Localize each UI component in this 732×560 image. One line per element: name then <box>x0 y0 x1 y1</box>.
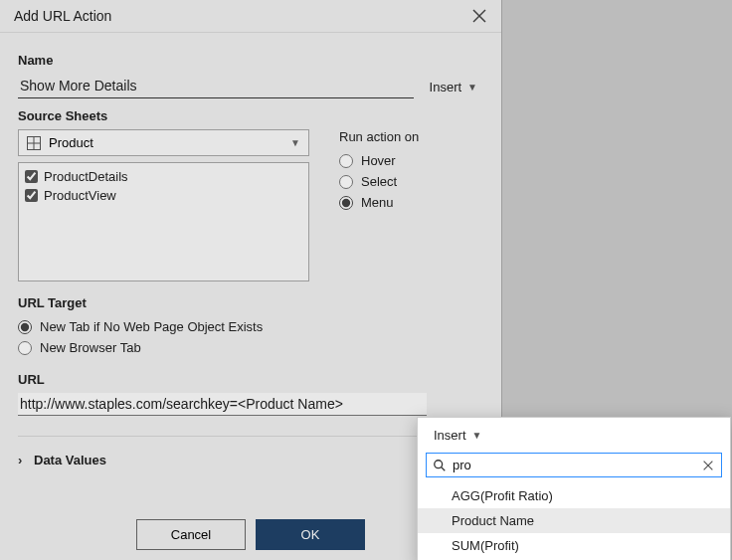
insert-label: Insert <box>434 428 466 443</box>
radio-input[interactable] <box>339 175 353 189</box>
popover-option[interactable]: AGG(Profit Ratio) <box>418 483 730 508</box>
dropdown-value: Product <box>49 135 93 150</box>
source-dashboard-dropdown[interactable]: Product ▼ <box>18 129 309 156</box>
chevron-down-icon: ▼ <box>467 82 477 93</box>
chevron-down-icon: ▼ <box>290 137 300 148</box>
cancel-button[interactable]: Cancel <box>136 519 246 550</box>
url-target-new-browser-tab[interactable]: New Browser Tab <box>18 337 483 358</box>
insert-label: Insert <box>430 80 462 94</box>
radio-label: New Tab if No Web Page Object Exists <box>40 319 263 334</box>
sheet-checkbox[interactable]: ProductView <box>25 186 302 205</box>
source-sheets-label: Source Sheets <box>18 108 483 123</box>
close-icon[interactable] <box>471 8 487 24</box>
radio-input[interactable] <box>18 320 32 334</box>
chevron-right-icon: › <box>18 453 28 467</box>
titlebar: Add URL Action <box>0 0 501 33</box>
source-sheets-list: ProductDetails ProductView <box>18 162 309 281</box>
url-target-label: URL Target <box>18 295 483 310</box>
name-label: Name <box>18 53 483 68</box>
name-input[interactable] <box>18 74 414 98</box>
data-values-toggle[interactable]: › Data Values <box>18 451 483 469</box>
divider <box>18 436 483 437</box>
search-input[interactable] <box>453 458 695 472</box>
run-option-select[interactable]: Select <box>339 171 483 192</box>
run-option-hover[interactable]: Hover <box>339 150 483 171</box>
run-option-menu[interactable]: Menu <box>339 192 483 213</box>
radio-input[interactable] <box>339 154 353 168</box>
search-icon <box>433 459 447 472</box>
radio-label: New Browser Tab <box>40 340 141 355</box>
popover-options: AGG(Profit Ratio) Product Name SUM(Profi… <box>418 479 730 560</box>
radio-label: Select <box>361 174 397 189</box>
sheet-label: ProductView <box>44 188 116 203</box>
checkbox-input[interactable] <box>25 189 38 202</box>
url-target-new-tab-if[interactable]: New Tab if No Web Page Object Exists <box>18 316 483 337</box>
chevron-down-icon: ▼ <box>472 430 482 441</box>
popover-option[interactable]: SUM(Profit) <box>418 533 730 558</box>
radio-label: Menu <box>361 195 394 210</box>
radio-input[interactable] <box>18 341 32 355</box>
insert-field-popover: Insert ▼ AGG(Profit Ratio) Product Name … <box>417 417 731 560</box>
ok-button[interactable]: OK <box>256 519 365 550</box>
name-insert-button[interactable]: Insert ▼ <box>424 76 483 98</box>
popover-insert-button[interactable]: Insert ▼ <box>434 424 487 447</box>
checkbox-input[interactable] <box>25 170 38 183</box>
url-input[interactable] <box>18 393 427 416</box>
sheet-checkbox[interactable]: ProductDetails <box>25 167 302 186</box>
url-label: URL <box>18 372 483 387</box>
svg-point-5 <box>435 460 443 467</box>
radio-label: Hover <box>361 153 396 168</box>
popover-option[interactable]: Product Name <box>418 508 730 533</box>
radio-input[interactable] <box>339 196 353 210</box>
sheet-label: ProductDetails <box>44 169 128 184</box>
dashboard-icon <box>27 136 41 150</box>
run-action-label: Run action on <box>339 129 483 144</box>
data-values-label: Data Values <box>34 453 106 467</box>
popover-search[interactable] <box>426 453 722 477</box>
dialog-title: Add URL Action <box>14 8 111 24</box>
clear-icon[interactable] <box>701 459 715 472</box>
svg-line-6 <box>442 467 446 470</box>
